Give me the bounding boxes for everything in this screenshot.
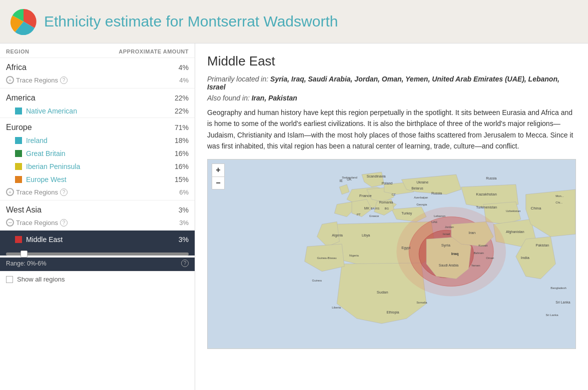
- europe-trace-icon: +: [6, 188, 14, 196]
- svg-text:Somalia: Somalia: [416, 301, 427, 304]
- sidebar-header: REGION APPROXIMATE AMOUNT: [0, 44, 195, 58]
- map-svg: France Poland Ukraine Turkey Syria Iraq …: [208, 160, 575, 348]
- right-panel: Middle East Primarily located in: Syria,…: [195, 44, 588, 390]
- europe-trace-row[interactable]: + Trace Regions ? 6%: [0, 186, 195, 200]
- svg-text:Scandinavia: Scandinavia: [367, 174, 386, 178]
- also-found-line: Also found in: Iran, Pakistan: [207, 94, 576, 102]
- africa-trace-row[interactable]: + Trace Regions ? 4%: [0, 74, 195, 88]
- ireland-row[interactable]: Ireland 18%: [0, 134, 195, 147]
- svg-text:Chi...: Chi...: [555, 200, 562, 204]
- africa-header: Africa 4%: [0, 58, 195, 74]
- description-text: Geography and human history have kept th…: [207, 107, 576, 152]
- svg-text:IE: IE: [339, 179, 343, 182]
- ireland-color: [15, 137, 22, 144]
- svg-text:Georgia: Georgia: [416, 202, 427, 206]
- europe-west-pct: 15%: [175, 176, 189, 184]
- svg-rect-6: [15, 236, 22, 243]
- show-all-checkbox[interactable]: [6, 276, 13, 283]
- iberian-pct: 16%: [175, 162, 189, 170]
- iberian-row[interactable]: Iberian Peninsula 16%: [0, 160, 195, 173]
- europe-trace-label: Trace Regions: [16, 188, 58, 196]
- range-help-icon[interactable]: ?: [181, 260, 189, 267]
- europe-west-row[interactable]: Europe West 15%: [0, 173, 195, 186]
- middle-east-pct: 3%: [179, 236, 189, 244]
- svg-text:Iran: Iran: [468, 230, 475, 235]
- main-layout: REGION APPROXIMATE AMOUNT Africa 4% + Tr…: [0, 44, 588, 390]
- range-slider-thumb[interactable]: [21, 250, 28, 258]
- europe-west-label: Europe West: [26, 176, 67, 184]
- great-britain-pct: 16%: [175, 150, 189, 158]
- range-label: Range: 0%-6%: [6, 260, 47, 267]
- svg-rect-3: [15, 150, 22, 157]
- region-group-europe: Europe 71% Ireland 18% Great Britain 16%: [0, 118, 195, 200]
- svg-text:Sri Lanka: Sri Lanka: [545, 314, 558, 316]
- middle-east-label: Middle East: [26, 236, 63, 244]
- region-group-america: America 22% Native American 22%: [0, 88, 195, 118]
- svg-text:France: France: [359, 193, 372, 198]
- range-slider-track[interactable]: [6, 252, 189, 256]
- svg-text:Bangladesh: Bangladesh: [550, 286, 566, 289]
- africa-trace-label: Trace Regions: [16, 76, 58, 84]
- great-britain-color: [15, 150, 22, 157]
- svg-text:Russia: Russia: [486, 176, 496, 180]
- svg-text:BG: BG: [385, 206, 389, 210]
- svg-text:Pakistan: Pakistan: [536, 244, 549, 247]
- africa-trace-pct: 4%: [179, 76, 189, 84]
- svg-text:Kazakhstan: Kazakhstan: [476, 192, 496, 196]
- svg-text:Yemen: Yemen: [471, 264, 480, 266]
- ireland-label: Ireland: [26, 136, 48, 144]
- svg-text:Iraq: Iraq: [451, 252, 459, 256]
- svg-text:Mon...: Mon...: [555, 194, 564, 197]
- svg-text:Saudi Arabia: Saudi Arabia: [439, 263, 458, 266]
- west-asia-trace-pct: 3%: [179, 219, 189, 226]
- column-region: REGION: [6, 48, 29, 54]
- svg-text:BA RS: BA RS: [371, 206, 380, 210]
- europe-help-icon[interactable]: ?: [60, 188, 68, 196]
- header: Ethnicity estimate for Montserrat Wadswo…: [0, 0, 588, 44]
- svg-text:Oman: Oman: [486, 256, 494, 259]
- svg-text:Poland: Poland: [382, 182, 393, 185]
- svg-text:China: China: [531, 206, 541, 210]
- middle-east-row[interactable]: Middle East 3%: [0, 230, 195, 248]
- svg-text:Guinea: Guinea: [312, 278, 322, 282]
- primarily-line: Primarily located in: Syria, Iraq, Saudi…: [207, 75, 576, 91]
- europe-pct: 71%: [175, 124, 189, 132]
- africa-name: Africa: [6, 63, 27, 72]
- region-group-west-asia: West Asia 3% − Trace Regions ? 3% Middle…: [0, 200, 195, 272]
- column-amount: APPROXIMATE AMOUNT: [119, 48, 189, 54]
- svg-text:Guinea-Bissau: Guinea-Bissau: [317, 256, 337, 259]
- great-britain-row[interactable]: Great Britain 16%: [0, 147, 195, 160]
- africa-trace-icon: +: [6, 76, 14, 84]
- europe-west-color: [15, 176, 22, 183]
- africa-help-icon[interactable]: ?: [60, 76, 68, 84]
- svg-text:Turkmenistan: Turkmenistan: [476, 205, 497, 208]
- europe-header: Europe 71%: [0, 118, 195, 134]
- native-american-label: Native American: [26, 107, 77, 115]
- middle-east-color: [15, 236, 22, 243]
- ireland-pct: 18%: [175, 136, 189, 144]
- svg-text:Ukraine: Ukraine: [416, 180, 428, 184]
- svg-text:Ethiopia: Ethiopia: [387, 310, 399, 314]
- svg-text:Jordan: Jordan: [445, 226, 454, 228]
- show-all-row[interactable]: Show all regions: [0, 272, 195, 287]
- native-american-color: [15, 108, 22, 114]
- native-american-row[interactable]: Native American 22%: [0, 104, 195, 118]
- region-detail-title: Middle East: [207, 54, 576, 69]
- west-asia-trace-row[interactable]: − Trace Regions ? 3%: [0, 216, 195, 230]
- svg-text:Greece: Greece: [369, 214, 379, 218]
- range-area: [0, 248, 195, 256]
- svg-text:Russia: Russia: [431, 191, 442, 194]
- svg-text:MK: MK: [364, 206, 370, 210]
- west-asia-header: West Asia 3%: [0, 200, 195, 216]
- svg-rect-5: [15, 176, 22, 183]
- zoom-in-button[interactable]: +: [212, 164, 225, 176]
- svg-text:Turkey: Turkey: [401, 211, 412, 215]
- west-asia-help-icon[interactable]: ?: [60, 219, 68, 226]
- west-asia-trace-icon: −: [6, 218, 14, 226]
- svg-text:India: India: [521, 255, 530, 260]
- west-asia-name: West Asia: [6, 206, 42, 214]
- great-britain-label: Great Britain: [26, 150, 66, 158]
- zoom-out-button[interactable]: −: [212, 176, 225, 190]
- logo-icon: [10, 8, 37, 35]
- map-zoom-controls: + −: [212, 164, 225, 190]
